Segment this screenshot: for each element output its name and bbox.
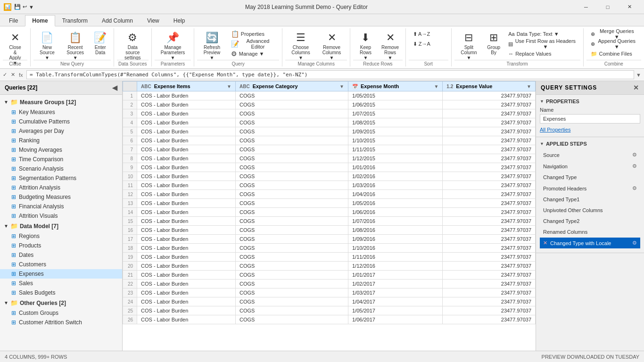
sort-desc-button[interactable]: ⬇ Z→A [410, 39, 447, 49]
formula-expand[interactable]: ▼ [636, 72, 641, 78]
group-by-button[interactable]: ⊞ GroupBy [484, 29, 503, 58]
table-cell: 23477.97037 [443, 208, 536, 217]
replace-values-button[interactable]: ↔ Replace Values [505, 49, 579, 58]
remove-rows-icon: ✕ [386, 32, 395, 44]
applied-step-unpivoted-other-columns[interactable]: Unpivoted Other Columns [540, 205, 640, 215]
query-item-dates[interactable]: ⊞Dates [0, 250, 122, 260]
table-cell: 1/04/2017 [348, 297, 442, 306]
row-number: 26 [123, 315, 137, 324]
tab-transform[interactable]: Transform [55, 15, 95, 26]
minimize-btn[interactable]: ─ [575, 0, 597, 14]
save-btn[interactable]: 💾 [14, 4, 21, 10]
query-item-moving-averages[interactable]: ⊞Moving Averages [0, 145, 122, 155]
applied-step-promoted-headers[interactable]: Promoted Headers⚙ [540, 183, 640, 194]
query-item-customer-attrition-switch[interactable]: ⊞Customer Attrition Switch [0, 318, 122, 327]
query-item-segmentation-patterns[interactable]: ⊞Segmentation Patterns [0, 173, 122, 183]
undo-btn[interactable]: ↩ [23, 4, 27, 10]
query-item-customers[interactable]: ⊞Customers [0, 260, 122, 269]
combine-files-button[interactable]: 📁 Combine Files [587, 49, 640, 58]
remove-rows-button[interactable]: ✕ RemoveRows ▼ [379, 29, 401, 58]
formula-input[interactable] [26, 70, 634, 79]
maximize-btn[interactable]: □ [597, 0, 619, 14]
query-item-scenario-analysis[interactable]: ⊞Scenario Analysis [0, 164, 122, 173]
tab-help[interactable]: Help [166, 15, 192, 26]
dropdown-btn[interactable]: ▼ [29, 4, 34, 10]
split-column-icon: ⊟ [464, 32, 473, 44]
refresh-preview-button[interactable]: 🔄 RefreshPreview ▼ [198, 29, 226, 58]
step-gear-icon[interactable]: ⚙ [632, 240, 637, 246]
col-expense-category[interactable]: ABC Expense Category ▼ [235, 82, 348, 91]
applied-step-changed-type[interactable]: Changed Type [540, 172, 640, 182]
col-filter-expense-items[interactable]: ▼ [227, 84, 231, 89]
query-item-products[interactable]: ⊞Products [0, 241, 122, 250]
check-mark[interactable]: ✓ [3, 72, 7, 78]
all-properties-link[interactable]: All Properties [540, 127, 570, 132]
tab-file[interactable]: File [2, 15, 25, 26]
tab-home[interactable]: Home [25, 15, 55, 26]
query-item-sales[interactable]: ⊞Sales [0, 279, 122, 288]
query-item-time-comparison[interactable]: ⊞Time Comparison [0, 155, 122, 164]
properties-button[interactable]: 📋 Properties [228, 29, 278, 39]
query-item-regions[interactable]: ⊞Regions [0, 231, 122, 241]
query-item-expenses[interactable]: ⊞Expenses [0, 269, 122, 279]
query-item-financial-analysis[interactable]: ⊞Financial Analysis [0, 202, 122, 211]
col-filter-expense-category[interactable]: ▼ [339, 84, 344, 89]
query-item-attrition-analysis[interactable]: ⊞Attrition Analysis [0, 183, 122, 192]
col-filter-expense-month[interactable]: ▼ [434, 84, 438, 89]
applied-step-changed-type2[interactable]: Changed Type2 [540, 216, 640, 226]
applied-step-source[interactable]: Source⚙ [540, 149, 640, 160]
applied-step-changed-type-with-locale[interactable]: ✕Changed Type with Locale⚙ [540, 238, 640, 248]
recent-sources-button[interactable]: 📋 RecentSources ▼ [62, 29, 89, 58]
step-gear-icon[interactable]: ⚙ [632, 185, 637, 191]
table-icon: ⊞ [11, 137, 16, 144]
table-cell: 23477.97037 [443, 100, 536, 109]
table-cell: 23477.97037 [443, 127, 536, 136]
tab-view[interactable]: View [140, 15, 166, 26]
split-column-button[interactable]: ⊟ SplitColumn ▼ [455, 29, 483, 58]
data-model-header[interactable]: ▼ 📁 Data Model [7] [0, 221, 122, 231]
query-item-custom-groups[interactable]: ⊞Custom Groups [0, 308, 122, 318]
merge-queries-button[interactable]: ⊕ Merge Queries ▼ [587, 29, 640, 39]
query-item-sales-budgets[interactable]: ⊞Sales Budgets [0, 288, 122, 297]
keep-rows-button[interactable]: ⬇ KeepRows ▼ [354, 29, 377, 58]
settings-close-btn[interactable]: ✕ [633, 84, 639, 91]
append-queries-button[interactable]: ⊕ Append Queries ▼ [587, 39, 640, 49]
manage-parameters-button[interactable]: 📌 ManageParameters ▼ [156, 29, 190, 58]
manage-button[interactable]: ⚙ Manage ▼ [228, 49, 278, 58]
applied-step-renamed-columns[interactable]: Renamed Columns [540, 227, 640, 237]
sort-asc-button[interactable]: ⬆ A→Z [410, 29, 447, 39]
tab-add-column[interactable]: Add Column [95, 15, 140, 26]
close-btn[interactable]: ✕ [619, 0, 640, 14]
query-item-attrition-visuals[interactable]: ⊞Attrition Visuals [0, 211, 122, 221]
remove-columns-button[interactable]: ✕ RemoveColumns ▼ [317, 29, 347, 58]
enter-data-button[interactable]: 📝 EnterData [91, 29, 110, 58]
query-item-ranking[interactable]: ⊞Ranking [0, 136, 122, 145]
measure-groups-header[interactable]: ▼ 📁 Measure Groups [12] [0, 97, 122, 107]
choose-columns-button[interactable]: ☰ ChooseColumns ▼ [286, 29, 315, 58]
advanced-editor-button[interactable]: 📝 Advanced Editor [228, 39, 278, 49]
step-gear-icon[interactable]: ⚙ [632, 163, 637, 169]
step-gear-icon[interactable]: ⚙ [632, 152, 637, 158]
col-filter-expense-value[interactable]: ▼ [527, 84, 531, 89]
new-source-button[interactable]: 📄 NewSource ▼ [34, 29, 60, 58]
name-input[interactable] [540, 114, 640, 123]
query-item-key-measures[interactable]: ⊞Key Measures [0, 107, 122, 117]
use-first-row-button[interactable]: ▤ Use First Row as Headers ▼ [505, 39, 579, 49]
data-source-settings-button[interactable]: ⚙ Data sourcesettings [118, 29, 148, 58]
queries-collapse-btn[interactable]: ◀ [112, 84, 117, 91]
row-number: 12 [123, 190, 137, 199]
query-item-averages-per-day[interactable]: ⊞Averages per Day [0, 126, 122, 136]
table-cell: 23477.97037 [443, 163, 536, 172]
data-type-button[interactable]: Aa Data Type: Text ▼ [505, 29, 579, 39]
other-queries-header[interactable]: ▼ 📁 Other Queries [2] [0, 297, 122, 308]
data-table-wrapper[interactable]: ABC Expense Items ▼ ABC Expense Category [123, 81, 536, 351]
query-item-budgeting-measures[interactable]: ⊞Budgeting Measures [0, 192, 122, 202]
applied-step-navigation[interactable]: Navigation⚙ [540, 161, 640, 172]
query-item-cumulative-patterns[interactable]: ⊞Cumulative Patterns [0, 117, 122, 126]
applied-step-changed-type1[interactable]: Changed Type1 [540, 194, 640, 205]
col-expense-value[interactable]: 1.2 Expense Value ▼ [443, 82, 536, 91]
col-expense-items[interactable]: ABC Expense Items ▼ [137, 82, 236, 91]
x-mark[interactable]: ✕ [11, 72, 15, 78]
col-expense-month[interactable]: 📅 Expense Month ▼ [348, 82, 442, 91]
close-apply-button[interactable]: ✕ Close &Apply ▼ [4, 29, 26, 58]
